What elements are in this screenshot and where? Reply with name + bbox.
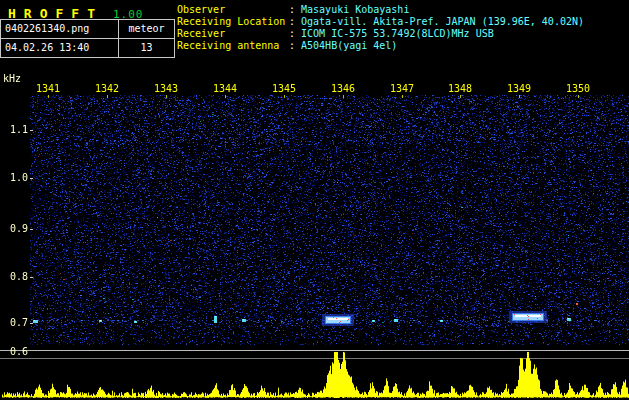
time-tick-label: 1347 bbox=[385, 83, 419, 94]
hrofft-screen: HROFFT1.00 0402261340.png meteor 04.02.2… bbox=[0, 0, 629, 400]
session-table: 0402261340.png meteor 04.02.26 13:40 13 bbox=[0, 19, 175, 58]
time-tick-label: 1343 bbox=[149, 83, 183, 94]
observer-info-row: Receiver:ICOM IC-575 53.7492(8LCD)MHz US… bbox=[177, 28, 584, 40]
info-value: ICOM IC-575 53.7492(8LCD)MHz USB bbox=[301, 28, 494, 39]
freq-unit-label: kHz bbox=[1, 73, 30, 84]
info-colon: : bbox=[289, 28, 295, 39]
observer-info-row: Observer:Masayuki Kobayashi bbox=[177, 4, 584, 16]
observer-info-row: Receiving Location:Ogata-vill. Akita-Pre… bbox=[177, 16, 584, 28]
time-tick-label: 1341 bbox=[31, 83, 65, 94]
freq-tick-label: 0.8 bbox=[1, 271, 28, 282]
info-value: A504HB(yagi 4el) bbox=[301, 40, 397, 51]
time-tick-label: 1342 bbox=[90, 83, 124, 94]
spectrogram-canvas bbox=[0, 60, 629, 400]
freq-tick-label: 0.7 bbox=[1, 317, 28, 328]
time-tick-label: 1349 bbox=[502, 83, 536, 94]
info-label: Receiving Location bbox=[177, 16, 289, 28]
observer-info-row: Receiving antenna:A504HB(yagi 4el) bbox=[177, 40, 584, 52]
info-label: Receiving antenna bbox=[177, 40, 289, 52]
time-tick-label: 1346 bbox=[326, 83, 360, 94]
time-tick-label: 1350 bbox=[561, 83, 595, 94]
session-filename: 0402261340.png bbox=[1, 20, 119, 39]
info-colon: : bbox=[289, 40, 295, 51]
freq-tick-label: 0.9 bbox=[1, 223, 28, 234]
info-value: Masayuki Kobayashi bbox=[301, 4, 409, 15]
session-count: 13 bbox=[119, 39, 174, 57]
session-station: meteor bbox=[119, 20, 174, 39]
freq-tick-label: 1.0 bbox=[1, 172, 28, 183]
info-label: Observer bbox=[177, 4, 289, 16]
info-colon: : bbox=[289, 4, 295, 15]
time-tick-label: 1345 bbox=[267, 83, 301, 94]
freq-tick-label: 1.1 bbox=[1, 124, 28, 135]
freq-tick-label: 0.6 bbox=[1, 346, 28, 357]
info-label: Receiver bbox=[177, 28, 289, 40]
time-tick-label: 1348 bbox=[443, 83, 477, 94]
observer-info: Observer:Masayuki KobayashiReceiving Loc… bbox=[177, 4, 584, 52]
time-tick-label: 1344 bbox=[208, 83, 242, 94]
info-value: Ogata-vill. Akita-Pref. JAPAN (139.96E, … bbox=[301, 16, 584, 27]
session-datetime: 04.02.26 13:40 bbox=[1, 39, 119, 57]
info-colon: : bbox=[289, 16, 295, 27]
